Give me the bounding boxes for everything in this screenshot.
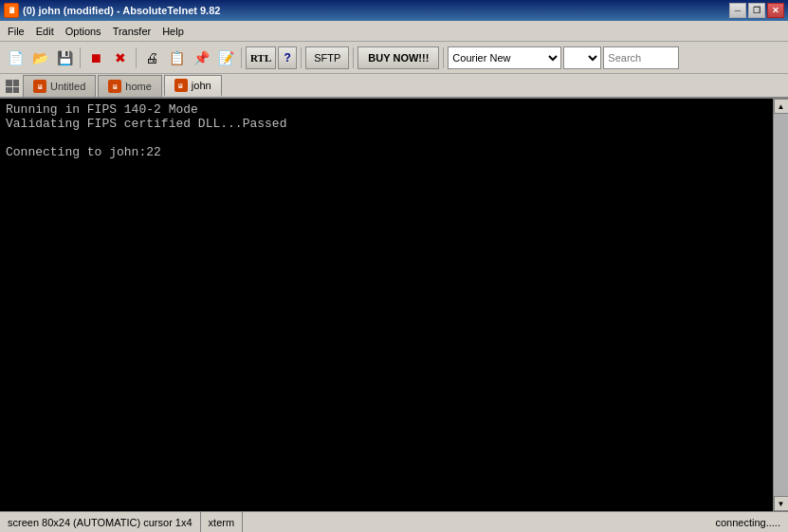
tab-home-label: home	[125, 81, 152, 92]
scrollbar: ▲ ▼	[773, 99, 788, 511]
titlebar: 🖥 (0) john (modified) - AbsoluteTelnet 9…	[0, 0, 788, 21]
tab-untitled[interactable]: 🖥 Untitled	[23, 75, 96, 97]
titlebar-title: (0) john (modified) - AbsoluteTelnet 9.8…	[23, 5, 220, 16]
terminal[interactable]: Running in FIPS 140-2 Mode Validating FI…	[0, 99, 773, 511]
tabbar: 🖥 Untitled 🖥 home 🖥 john	[0, 74, 788, 99]
font-selector[interactable]: Courier New	[448, 46, 561, 69]
separator-5	[353, 47, 354, 68]
status-term-type: xterm	[201, 512, 244, 532]
tab-home[interactable]: 🖥 home	[98, 75, 162, 97]
menu-options[interactable]: Options	[60, 24, 107, 39]
scrollbar-track[interactable]	[774, 114, 789, 496]
rtl-button[interactable]: RTL	[246, 46, 276, 69]
copy-button[interactable]: 📋	[165, 46, 188, 70]
tab-john[interactable]: 🖥 john	[164, 75, 222, 97]
menu-help[interactable]: Help	[156, 24, 190, 39]
print-button[interactable]: 🖨	[140, 46, 163, 70]
separator-6	[443, 47, 444, 68]
separator-3	[241, 47, 242, 68]
help-button[interactable]: ?	[278, 46, 297, 69]
separator-4	[301, 47, 302, 68]
log-button[interactable]: 📝	[214, 46, 237, 70]
menu-file[interactable]: File	[2, 24, 30, 39]
menubar: File Edit Options Transfer Help	[0, 21, 788, 42]
status-connection: connecting.....	[243, 512, 788, 532]
menu-edit[interactable]: Edit	[30, 24, 60, 39]
scrollbar-down-button[interactable]: ▼	[774, 496, 789, 511]
restore-button[interactable]: ❐	[748, 3, 765, 18]
window-controls: ─ ❐ ✕	[729, 3, 784, 18]
status-screen-info: screen 80x24 (AUTOMATIC) cursor 1x4	[0, 512, 201, 532]
toolbar: 📄 📂 💾 ⏹ ✖ 🖨 📋 📌 📝 RTL ? SFTP BUY NOW!!! …	[0, 42, 788, 74]
scrollbar-up-button[interactable]: ▲	[774, 99, 789, 114]
tab-untitled-icon: 🖥	[33, 80, 46, 93]
separator-2	[136, 47, 137, 68]
minimize-button[interactable]: ─	[729, 3, 746, 18]
main-area: Running in FIPS 140-2 Mode Validating FI…	[0, 99, 788, 511]
tab-grid-button[interactable]	[4, 78, 23, 97]
app-icon: 🖥	[4, 3, 19, 18]
size-selector[interactable]	[563, 46, 601, 69]
close-button[interactable]: ✕	[767, 3, 784, 18]
sftp-button[interactable]: SFTP	[305, 46, 349, 69]
save-button[interactable]: 💾	[53, 46, 76, 70]
new-button[interactable]: 📄	[4, 46, 27, 70]
search-input[interactable]	[603, 46, 679, 69]
stop-button[interactable]: ⏹	[84, 46, 107, 70]
tab-john-label: john	[192, 80, 211, 91]
separator-1	[80, 47, 81, 68]
statusbar: screen 80x24 (AUTOMATIC) cursor 1x4 xter…	[0, 511, 788, 532]
tab-home-icon: 🖥	[108, 80, 121, 93]
tab-john-icon: 🖥	[174, 79, 188, 92]
paste-button[interactable]: 📌	[190, 46, 212, 70]
menu-transfer[interactable]: Transfer	[107, 24, 157, 39]
close-conn-button[interactable]: ✖	[109, 46, 132, 70]
tab-untitled-label: Untitled	[50, 81, 85, 92]
open-button[interactable]: 📂	[28, 46, 51, 70]
buy-now-button[interactable]: BUY NOW!!!	[357, 46, 439, 69]
